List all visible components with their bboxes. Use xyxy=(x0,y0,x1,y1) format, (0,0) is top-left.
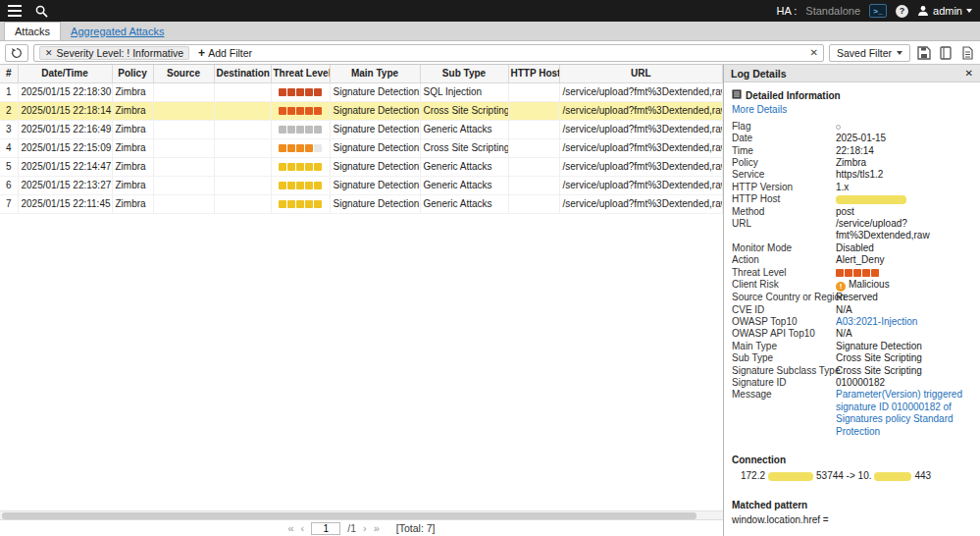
detail-field: HTTP Version1.x xyxy=(732,182,972,193)
detail-field: OWASP Top10A03:2021-Injection xyxy=(732,316,972,328)
log-book-icon[interactable] xyxy=(937,44,954,61)
cell-source xyxy=(153,82,214,101)
table-row[interactable]: 42025/01/15 22:15:09ZimbraSignature Dete… xyxy=(0,138,723,157)
col-threat-level[interactable]: Threat Level xyxy=(271,65,330,82)
threat-level-bar xyxy=(279,200,322,208)
cell-threat-level xyxy=(271,157,330,176)
saved-filter-button[interactable]: Saved Filter xyxy=(829,44,910,62)
field-link[interactable]: Parameter(Version) triggered signature I… xyxy=(836,389,962,436)
horizontal-scrollbar[interactable] xyxy=(0,510,723,519)
first-page-button[interactable]: « xyxy=(287,522,293,534)
cell-source xyxy=(153,194,214,213)
cell-source xyxy=(153,101,214,120)
user-avatar-icon xyxy=(917,5,929,17)
field-label: Client Risk xyxy=(732,279,836,292)
cell-destination xyxy=(214,138,271,157)
detail-field: Date2025-01-15 xyxy=(732,133,972,144)
field-label: Policy xyxy=(732,157,836,169)
field-label: Date xyxy=(732,133,836,144)
field-value xyxy=(836,193,972,205)
main-content: # Date/Time Policy Source Destination Th… xyxy=(0,65,980,536)
help-icon[interactable]: ? xyxy=(896,5,908,18)
field-value: /service/upload?fmt%3Dextended,raw xyxy=(836,218,972,242)
detail-field: URL/service/upload?fmt%3Dextended,raw xyxy=(732,218,972,242)
cell-policy: Zimbra xyxy=(112,176,153,194)
table-row[interactable]: 52025/01/15 22:14:47ZimbraSignature Dete… xyxy=(0,157,723,176)
field-label: URL xyxy=(732,218,836,242)
report-icon[interactable] xyxy=(958,44,975,61)
col-policy[interactable]: Policy xyxy=(112,65,153,82)
refresh-button[interactable] xyxy=(5,44,28,62)
col-destination[interactable]: Destination xyxy=(214,65,271,82)
top-navbar: HA : Standalone >_ ? admin xyxy=(0,0,980,22)
cli-console-icon[interactable]: >_ xyxy=(869,4,887,18)
next-page-button[interactable]: › xyxy=(363,522,367,534)
attack-table: # Date/Time Policy Source Destination Th… xyxy=(0,65,723,214)
search-icon[interactable] xyxy=(35,5,48,18)
prev-page-button[interactable]: ‹ xyxy=(301,522,305,534)
add-filter-button[interactable]: + Add Filter xyxy=(198,47,252,59)
filter-input[interactable]: ✕ Severity Level: ! Informative + Add Fi… xyxy=(33,44,824,62)
chevron-down-icon xyxy=(897,51,903,55)
filter-bar: ✕ Severity Level: ! Informative + Add Fi… xyxy=(0,41,980,65)
cell-destination xyxy=(214,194,271,213)
cell-datetime: 2025/01/15 22:15:09 xyxy=(18,138,112,157)
table-row[interactable]: 12025/01/15 22:18:30ZimbraSignature Dete… xyxy=(0,82,723,101)
field-label: Signature Subclass Type xyxy=(732,365,836,377)
field-label: HTTP Version xyxy=(732,182,836,193)
table-row[interactable]: 62025/01/15 22:13:27ZimbraSignature Dete… xyxy=(0,176,723,194)
cell-threat-level xyxy=(271,176,330,194)
save-log-icon[interactable] xyxy=(915,44,932,61)
cell-threat-level xyxy=(271,82,330,101)
user-menu[interactable]: admin xyxy=(917,5,972,17)
close-panel-icon[interactable]: ✕ xyxy=(965,68,973,79)
severity-filter-chip[interactable]: ✕ Severity Level: ! Informative xyxy=(39,46,189,60)
cell-destination xyxy=(214,157,271,176)
page-input[interactable] xyxy=(311,522,340,535)
col-source[interactable]: Source xyxy=(153,65,214,82)
col-datetime[interactable]: Date/Time xyxy=(18,65,112,82)
threat-level-bar xyxy=(279,163,322,171)
field-label: Service xyxy=(732,169,836,181)
col-http-host[interactable]: HTTP Host xyxy=(508,65,559,82)
page-count: /1 xyxy=(347,522,356,534)
scrollbar-thumb[interactable] xyxy=(2,512,696,519)
cell-number: 3 xyxy=(0,120,18,138)
last-page-button[interactable]: » xyxy=(374,522,380,534)
tab-attacks[interactable]: Attacks xyxy=(4,22,61,40)
field-value: https/tls1.2 xyxy=(836,169,972,181)
cell-main-type: Signature Detection xyxy=(330,157,420,176)
clear-filter-icon[interactable]: ✕ xyxy=(810,47,818,58)
col-main-type[interactable]: Main Type xyxy=(330,65,420,82)
cell-number: 1 xyxy=(0,82,18,101)
detail-field: OWASP API Top10N/A xyxy=(732,328,972,340)
filter-chip-label: Severity Level: ! Informative xyxy=(57,47,184,59)
remove-filter-icon[interactable]: ✕ xyxy=(45,48,53,58)
table-row[interactable]: 22025/01/15 22:18:14ZimbraSignature Dete… xyxy=(0,101,723,120)
cell-policy: Zimbra xyxy=(112,82,153,101)
field-value: Reserved xyxy=(836,292,972,303)
cell-sub-type: SQL Injection xyxy=(420,82,508,101)
tab-aggregated-attacks[interactable]: Aggregated Attacks xyxy=(61,22,174,40)
field-value: N/A xyxy=(836,328,972,340)
connection-mid: 53744 -> 10. xyxy=(816,470,871,481)
col-number[interactable]: # xyxy=(0,65,18,82)
table-row[interactable]: 72025/01/15 22:11:45ZimbraSignature Dete… xyxy=(0,194,723,213)
details-section-icon xyxy=(732,89,742,102)
cell-number: 4 xyxy=(0,138,18,157)
warning-icon: ! xyxy=(836,282,846,292)
cell-main-type: Signature Detection xyxy=(330,120,420,138)
col-sub-type[interactable]: Sub Type xyxy=(420,65,508,82)
detail-field: MessageParameter(Version) triggered sign… xyxy=(732,389,972,438)
field-value: N/A xyxy=(836,304,972,316)
cell-url: /service/upload?fmt%3Dextended,raw xyxy=(559,120,723,138)
field-link[interactable]: A03:2021-Injection xyxy=(836,316,917,327)
attack-table-area: # Date/Time Policy Source Destination Th… xyxy=(0,65,724,536)
panel-header: Log Details ✕ xyxy=(724,65,980,82)
table-row[interactable]: 32025/01/15 22:16:49ZimbraSignature Dete… xyxy=(0,120,723,138)
cell-destination xyxy=(214,101,271,120)
menu-icon[interactable] xyxy=(8,5,22,17)
more-details-link[interactable]: More Details xyxy=(732,104,972,116)
col-url[interactable]: URL xyxy=(559,65,723,82)
ha-label: HA : xyxy=(777,5,798,17)
